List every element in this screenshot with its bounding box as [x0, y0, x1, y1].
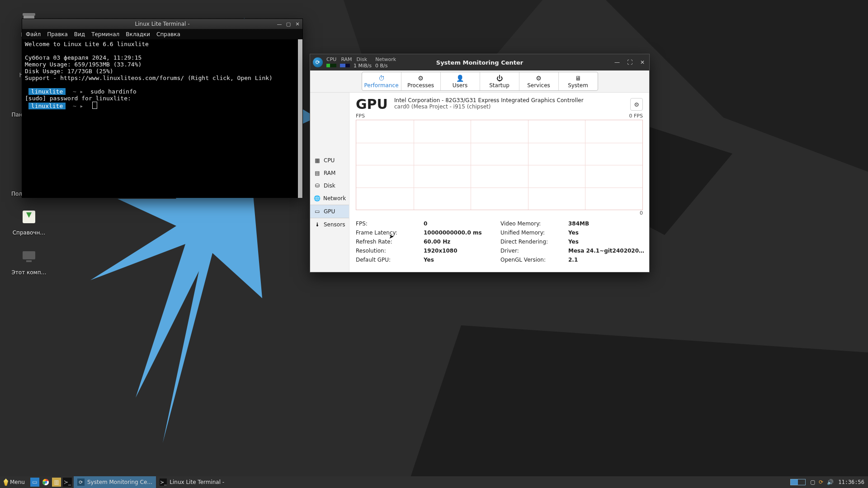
monitor-icon: 🖥	[575, 75, 581, 82]
menu-help[interactable]: Справка	[156, 31, 180, 38]
minimize-button[interactable]: —	[613, 58, 621, 66]
minimize-button[interactable]: —	[276, 21, 283, 27]
gpu-icon: ▭	[314, 208, 321, 215]
svg-rect-18	[26, 260, 32, 262]
disk-icon: ⛁	[314, 182, 321, 189]
system-tray: ▢ ⟳ 🔊	[809, 479, 835, 485]
ram-icon: ▤	[314, 169, 321, 177]
terminal-window: Linux Lite Terminal - — ▢ ✕ Файл Правка …	[22, 19, 303, 198]
smc-task-icon: ⟳	[77, 479, 85, 486]
task-terminal[interactable]: ≻_Linux Lite Terminal -	[156, 476, 228, 488]
chart-value-label: 0 FPS	[629, 113, 643, 119]
sidebar-item-sensors[interactable]: 🌡Sensors	[310, 218, 349, 231]
svg-rect-7	[23, 13, 35, 16]
gears-icon: ⚙	[536, 75, 542, 82]
gpu-description: Intel Corporation - 82G33/G31 Express In…	[394, 97, 584, 103]
menu-tabs[interactable]: Вкладки	[126, 31, 150, 38]
chrome-icon	[42, 479, 49, 486]
volume-icon[interactable]: 🔊	[827, 479, 834, 485]
tab-processes[interactable]: ⚙Processes	[401, 72, 441, 90]
menu-terminal[interactable]: Терминал	[91, 31, 119, 38]
close-button[interactable]: ✕	[638, 58, 646, 66]
maximize-button[interactable]: ▢	[285, 21, 292, 27]
terminal-menubar: Файл Правка Вид Терминал Вкладки Справка	[22, 29, 302, 39]
desktop-icon-computer[interactable]: Этот комп…	[9, 246, 49, 276]
smc-tabs: ⏱Performance ⚙Processes 👤Users ⏻Startup …	[362, 72, 598, 91]
battery-icon[interactable]: ▢	[810, 479, 815, 485]
maximize-button[interactable]: ⛶	[626, 58, 634, 66]
show-desktop-button[interactable]: ▭	[30, 478, 39, 487]
clock[interactable]: 11:36:56	[838, 479, 864, 485]
files-launcher[interactable]: ▥	[52, 478, 61, 487]
sidebar-item-gpu[interactable]: ▭GPU	[310, 205, 349, 218]
chart-y-label: FPS	[356, 113, 365, 119]
tab-users[interactable]: 👤Users	[441, 72, 480, 90]
tab-performance[interactable]: ⏱Performance	[362, 72, 401, 90]
gear-icon: ⚙	[634, 101, 639, 108]
gauge-icon: ⏱	[378, 75, 385, 82]
close-button[interactable]: ✕	[294, 21, 301, 27]
sidebar-item-network[interactable]: 🌐Network	[310, 192, 349, 205]
smc-header-mini: CPU RAM Disk Network 1 MiB/s 0 B/s	[326, 56, 396, 69]
sidebar-item-disk[interactable]: ⛁Disk	[310, 179, 349, 192]
task-smc[interactable]: ⟳System Monitoring Ce…	[74, 476, 156, 488]
power-icon: ⏻	[496, 75, 503, 82]
tab-startup[interactable]: ⏻Startup	[480, 72, 519, 90]
menu-file[interactable]: Файл	[26, 31, 41, 38]
terminal-titlebar[interactable]: Linux Lite Terminal - — ▢ ✕	[22, 19, 302, 29]
smc-main: GPU Intel Corporation - 82G33/G31 Expres…	[349, 93, 649, 272]
globe-icon: 🌐	[314, 195, 321, 202]
sidebar-item-cpu[interactable]: ▦CPU	[310, 154, 349, 167]
smc-app-icon: ⟳	[313, 57, 323, 67]
terminal-launcher[interactable]: ≻_	[63, 478, 72, 487]
tab-system[interactable]: 🖥System	[559, 72, 598, 90]
gpu-subdesc: card0 (Mesa Project - i915 (chipset)	[394, 103, 584, 110]
smc-sidebar: ▦CPU ▤RAM ⛁Disk 🌐Network ▭GPU 🌡Sensors	[310, 93, 349, 272]
sidebar-item-ram[interactable]: ▤RAM	[310, 167, 349, 179]
gpu-details: FPS:0Video Memory:384MB Frame Latency:10…	[349, 218, 649, 267]
page-heading: GPU	[356, 96, 388, 112]
gear-icon: ⚙	[418, 75, 424, 82]
taskbar: Menu ▭ ▥ ≻_ ⟳System Monitoring Ce… ≻_Lin…	[0, 476, 868, 488]
terminal-title: Linux Lite Terminal -	[135, 21, 190, 27]
tab-services[interactable]: ⚙Services	[519, 72, 559, 90]
desktop-icon-label: Этот комп…	[9, 269, 49, 276]
update-icon[interactable]: ⟳	[819, 479, 823, 485]
smc-toolbar: ⏱Performance ⚙Processes 👤Users ⏻Startup …	[310, 70, 649, 93]
cpu-icon: ▦	[314, 157, 321, 164]
smc-window: ⟳ CPU RAM Disk Network 1 MiB/s 0 B/s Sys…	[310, 54, 650, 272]
feather-icon	[4, 479, 8, 486]
terminal-scrollbar[interactable]	[298, 39, 302, 198]
start-menu-button[interactable]: Menu	[0, 476, 28, 488]
smc-titlebar[interactable]: ⟳ CPU RAM Disk Network 1 MiB/s 0 B/s Sys…	[310, 54, 649, 70]
page-settings-button[interactable]: ⚙	[630, 98, 643, 111]
menu-view[interactable]: Вид	[74, 31, 85, 38]
terminal-task-icon: ≻_	[160, 479, 167, 486]
workspace-switcher[interactable]	[790, 479, 806, 485]
user-icon: 👤	[456, 75, 464, 82]
menu-edit[interactable]: Правка	[47, 31, 68, 38]
desktop-icon-help[interactable]: Справочн…	[9, 206, 49, 236]
chrome-launcher[interactable]	[41, 478, 50, 487]
chart-x-min: 0	[640, 210, 643, 216]
svg-rect-17	[23, 251, 35, 259]
fps-chart	[356, 120, 643, 210]
terminal-body[interactable]: Welcome to Linux Lite 6.6 linuxlite Субб…	[22, 39, 302, 198]
thermometer-icon: 🌡	[314, 221, 321, 228]
desktop-icon-label: Справочн…	[9, 230, 49, 236]
